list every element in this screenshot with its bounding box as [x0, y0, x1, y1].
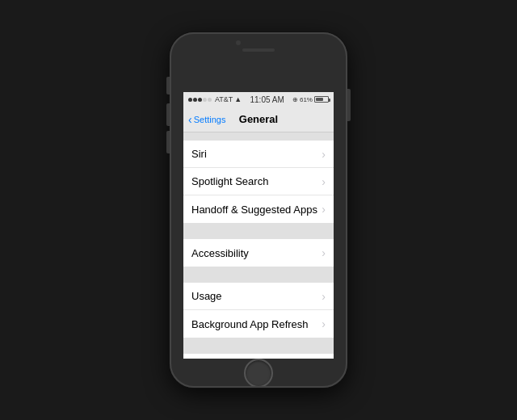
section-gap-0 [183, 132, 334, 141]
row-right-usage: › [322, 290, 326, 303]
signal-icon [188, 98, 212, 102]
list-item[interactable]: Siri › [183, 141, 334, 168]
section-gap-3 [183, 338, 334, 354]
back-button-label: Settings [194, 115, 226, 124]
section-3: Usage › Background App Refresh › [183, 283, 334, 338]
signal-dot-1 [188, 98, 192, 102]
row-label-usage: Usage [191, 290, 222, 302]
list-item[interactable]: Handoff & Suggested Apps › [183, 195, 334, 223]
signal-dot-5 [208, 98, 212, 102]
list-item[interactable]: Usage › [183, 283, 334, 310]
chevron-right-icon: › [322, 317, 326, 330]
phone-frame: AT&T ▲ 11:05 AM ⊕ 61% ‹ Settings General [170, 32, 347, 388]
phone-top-area [170, 32, 347, 61]
row-right-spotlight: › [322, 175, 326, 188]
phone-screen: AT&T ▲ 11:05 AM ⊕ 61% ‹ Settings General [183, 92, 334, 359]
chevron-right-icon: › [322, 148, 326, 161]
signal-dot-2 [193, 98, 197, 102]
row-label-siri: Siri [191, 148, 207, 160]
list-item[interactable]: Accessibility › [183, 239, 334, 267]
earpiece-speaker [242, 48, 275, 52]
settings-list: Siri › Spotlight Search › Handoff & Sugg… [183, 132, 334, 359]
front-camera [236, 40, 241, 45]
status-right: ⊕ 61% [292, 96, 329, 103]
section-4: Auto-Lock 1 Minute › Restrictions Off › [183, 354, 334, 359]
status-time: 11:05 AM [250, 95, 284, 104]
section-gap-2 [183, 267, 334, 283]
row-label-background-refresh: Background App Refresh [191, 318, 309, 330]
mute-button [166, 77, 170, 94]
back-button[interactable]: ‹ Settings [188, 113, 225, 126]
carrier-label: AT&T [215, 95, 233, 103]
wifi-icon: ▲ [234, 95, 242, 103]
power-button [347, 89, 351, 121]
status-left: AT&T ▲ [188, 95, 242, 103]
navigation-bar: ‹ Settings General [183, 107, 334, 132]
signal-dot-4 [203, 98, 207, 102]
list-item[interactable]: Background App Refresh › [183, 310, 334, 338]
volume-up-button [166, 103, 170, 126]
row-right-handoff: › [322, 203, 326, 216]
volume-down-button [166, 131, 170, 153]
row-right-accessibility: › [322, 246, 326, 259]
battery-percent: 61% [300, 96, 313, 103]
chevron-right-icon: › [322, 246, 326, 259]
page-title: General [239, 113, 278, 125]
chevron-right-icon: › [322, 203, 326, 216]
home-button-area [244, 359, 273, 388]
back-chevron-icon: ‹ [188, 113, 192, 126]
battery-icon [314, 96, 329, 103]
status-bar: AT&T ▲ 11:05 AM ⊕ 61% [183, 92, 334, 107]
row-label-handoff: Handoff & Suggested Apps [191, 204, 317, 216]
home-button[interactable] [244, 359, 273, 388]
section-1: Siri › Spotlight Search › Handoff & Sugg… [183, 141, 334, 223]
row-label-spotlight: Spotlight Search [191, 175, 268, 187]
chevron-right-icon: › [322, 175, 326, 188]
list-item[interactable]: Auto-Lock 1 Minute › [183, 354, 334, 359]
location-icon: ⊕ [292, 96, 298, 103]
battery-fill [316, 98, 323, 101]
chevron-right-icon: › [322, 290, 326, 303]
row-label-accessibility: Accessibility [191, 247, 249, 259]
row-right-background-refresh: › [322, 317, 326, 330]
row-right-siri: › [322, 148, 326, 161]
signal-dot-3 [198, 98, 202, 102]
section-gap-1 [183, 223, 334, 239]
list-item[interactable]: Spotlight Search › [183, 168, 334, 195]
section-2: Accessibility › [183, 239, 334, 267]
